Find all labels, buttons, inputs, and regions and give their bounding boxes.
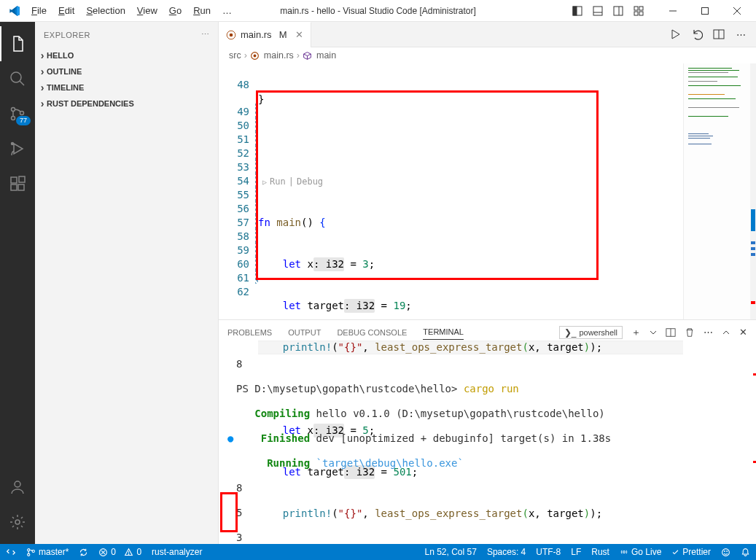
svg-rect-2 [593,7,602,15]
svg-rect-11 [702,7,709,14]
svg-rect-4 [614,7,623,15]
menu-bar: File Edit Selection View Go Run … [26,4,237,18]
titlebar: File Edit Selection View Go Run … main.r… [0,0,756,22]
menu-run[interactable]: Run [188,4,216,18]
svg-point-18 [20,112,24,115]
svg-point-26 [15,520,20,524]
svg-point-43 [128,553,129,554]
svg-point-47 [727,551,728,551]
activity-scm[interactable]: 77 [0,96,35,131]
activity-extensions[interactable] [0,166,35,201]
breadcrumb-main[interactable]: main [316,50,336,61]
activity-debug[interactable] [0,131,35,166]
menu-selection[interactable]: Selection [81,4,130,18]
panel-more-icon[interactable]: ⋯ [704,327,713,338]
section-outline[interactable]: ›OUTLINE [35,63,218,79]
svg-point-36 [28,548,30,551]
sidebar: EXPLORER ⋯ ›HELLO ›OUTLINE ›TIMELINE ›RU… [35,22,219,544]
vscode-icon [9,5,20,17]
svg-marker-29 [672,30,679,39]
breadcrumb[interactable]: src › main.rs › main [219,47,756,63]
status-branch[interactable]: master* [26,547,69,557]
svg-point-17 [12,117,15,120]
line-gutter: 48 49 50 51 52 53 54 55 56 57 58 59 60 6… [219,63,255,319]
menu-file[interactable]: File [26,4,52,18]
window-title: main.rs - hello - Visual Studio Code [Ad… [280,6,476,16]
window-minimize[interactable] [657,1,689,21]
svg-point-14 [11,72,21,82]
svg-point-25 [15,481,20,487]
layout-secondary-icon[interactable] [610,3,626,19]
tab-main-rs[interactable]: main.rs M ✕ [219,22,311,47]
kill-terminal-icon[interactable] [685,327,695,338]
activity-search[interactable] [0,61,35,96]
svg-rect-22 [11,184,17,190]
menu-view[interactable]: View [132,4,163,18]
svg-rect-7 [639,7,643,10]
svg-point-33 [253,54,256,57]
symbol-method-icon [303,51,312,61]
status-feedback-icon[interactable] [721,548,730,557]
sidebar-title: EXPLORER [44,31,90,39]
layout-primary-icon[interactable] [569,3,585,19]
panel: PROBLEMS OUTPUT DEBUG CONSOLE TERMINAL ❯… [219,319,756,544]
run-icon[interactable] [669,28,682,41]
activity-bar: 77 [0,22,35,544]
menu-go[interactable]: Go [164,4,187,18]
section-hello[interactable]: ›HELLO [35,47,218,63]
svg-rect-9 [639,12,643,15]
layout-customize-icon[interactable] [631,3,647,19]
svg-rect-21 [11,177,17,183]
window-close[interactable] [721,1,753,21]
svg-point-28 [230,33,233,36]
editor-area: main.rs M ✕ ⋯ src › main.rs › main [219,22,756,544]
terminal[interactable]: 8 PS D:\mysetup\gopath\rustcode\hello> c… [219,344,756,544]
svg-point-45 [722,548,730,556]
activity-account[interactable] [0,470,35,505]
activity-settings[interactable] [0,505,35,540]
svg-line-15 [20,81,24,85]
scm-badge: 77 [16,116,31,125]
svg-rect-23 [18,184,24,190]
svg-point-20 [12,143,14,145]
status-rust-analyzer[interactable]: rust-analyzer [152,547,202,557]
svg-rect-1 [573,7,577,15]
section-timeline[interactable]: ›TIMELINE [35,79,218,96]
svg-point-16 [12,108,15,112]
svg-point-37 [28,553,30,556]
svg-marker-19 [14,144,23,154]
window-maximize[interactable] [689,1,721,21]
overview-ruler-mark [753,373,756,376]
tab-close-icon[interactable]: ✕ [295,29,303,40]
overview-ruler-mark [753,461,756,463]
code-editor[interactable]: 48 49 50 51 52 53 54 55 56 57 58 59 60 6… [219,63,756,319]
breadcrumb-file[interactable]: main.rs [264,50,294,61]
layout-panel-icon[interactable] [590,3,606,19]
status-bell-icon[interactable] [741,548,750,557]
menu-edit[interactable]: Edit [53,4,79,18]
svg-rect-24 [19,176,25,182]
rust-file-icon [226,30,236,40]
status-remote[interactable] [6,547,16,557]
svg-rect-8 [634,12,638,15]
debug-rerun-icon[interactable] [690,28,704,41]
section-rust-deps[interactable]: ›RUST DEPENDENCIES [35,96,218,112]
rust-file-icon [250,51,260,61]
panel-close-icon[interactable]: ✕ [739,327,747,338]
menu-more[interactable]: … [217,4,237,18]
tab-status: M [279,29,287,40]
minimap[interactable] [683,63,756,319]
sidebar-more-icon[interactable]: ⋯ [201,30,210,39]
code-content[interactable]: } ▷Run|Debug fn main() { let x: i32 = 3;… [258,63,683,319]
codelens[interactable]: ▷Run|Debug [258,175,683,188]
status-sync[interactable] [79,548,88,557]
split-editor-icon[interactable] [712,28,725,41]
editor-more-icon[interactable]: ⋯ [734,28,747,41]
activity-explorer[interactable] [0,26,35,61]
editor-tabs: main.rs M ✕ ⋯ [219,22,756,47]
breadcrumb-src[interactable]: src [229,50,241,61]
svg-rect-6 [634,7,638,10]
panel-up-icon[interactable] [722,328,730,337]
tab-label: main.rs [241,29,272,40]
status-problems[interactable]: 0 0 [98,547,141,557]
